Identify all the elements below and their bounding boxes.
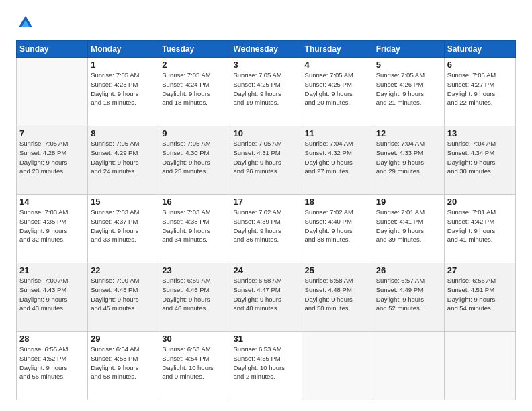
calendar-cell bbox=[373, 332, 444, 400]
logo-icon bbox=[16, 13, 35, 32]
calendar-cell: 25Sunrise: 6:58 AM Sunset: 4:48 PM Dayli… bbox=[302, 263, 373, 332]
calendar-cell: 18Sunrise: 7:02 AM Sunset: 4:40 PM Dayli… bbox=[302, 195, 373, 263]
day-number: 31 bbox=[233, 334, 298, 344]
calendar-cell: 5Sunrise: 7:05 AM Sunset: 4:26 PM Daylig… bbox=[373, 58, 444, 126]
calendar-cell: 20Sunrise: 7:01 AM Sunset: 4:42 PM Dayli… bbox=[444, 195, 515, 263]
calendar-cell: 19Sunrise: 7:01 AM Sunset: 4:41 PM Dayli… bbox=[373, 195, 444, 263]
day-number: 19 bbox=[376, 197, 441, 207]
logo bbox=[16, 13, 38, 32]
weekday-header-saturday: Saturday bbox=[444, 41, 515, 58]
day-info: Sunrise: 7:01 AM Sunset: 4:41 PM Dayligh… bbox=[376, 208, 441, 244]
day-info: Sunrise: 7:01 AM Sunset: 4:42 PM Dayligh… bbox=[447, 208, 513, 244]
calendar-cell: 11Sunrise: 7:04 AM Sunset: 4:32 PM Dayli… bbox=[302, 126, 373, 195]
calendar-week-1: 7Sunrise: 7:05 AM Sunset: 4:28 PM Daylig… bbox=[17, 126, 516, 195]
calendar-cell: 10Sunrise: 7:05 AM Sunset: 4:31 PM Dayli… bbox=[230, 126, 302, 195]
day-number: 8 bbox=[91, 128, 156, 138]
weekday-header-tuesday: Tuesday bbox=[159, 41, 230, 58]
day-number: 6 bbox=[447, 60, 513, 70]
day-info: Sunrise: 6:55 AM Sunset: 4:52 PM Dayligh… bbox=[19, 345, 85, 381]
calendar-cell: 6Sunrise: 7:05 AM Sunset: 4:27 PM Daylig… bbox=[444, 58, 515, 126]
weekday-header-monday: Monday bbox=[88, 41, 159, 58]
calendar-cell: 2Sunrise: 7:05 AM Sunset: 4:24 PM Daylig… bbox=[159, 58, 230, 126]
day-number: 18 bbox=[305, 197, 370, 207]
day-info: Sunrise: 7:05 AM Sunset: 4:26 PM Dayligh… bbox=[376, 71, 441, 107]
day-number: 11 bbox=[305, 128, 370, 138]
calendar-cell: 13Sunrise: 7:04 AM Sunset: 4:34 PM Dayli… bbox=[444, 126, 515, 195]
day-info: Sunrise: 6:59 AM Sunset: 4:46 PM Dayligh… bbox=[162, 276, 227, 313]
day-number: 13 bbox=[447, 128, 513, 138]
day-info: Sunrise: 7:05 AM Sunset: 4:27 PM Dayligh… bbox=[447, 71, 513, 107]
day-number: 15 bbox=[91, 197, 156, 207]
page: SundayMondayTuesdayWednesdayThursdayFrid… bbox=[0, 0, 532, 411]
day-info: Sunrise: 7:00 AM Sunset: 4:45 PM Dayligh… bbox=[91, 276, 156, 313]
day-number: 4 bbox=[305, 60, 370, 70]
calendar-cell: 12Sunrise: 7:04 AM Sunset: 4:33 PM Dayli… bbox=[373, 126, 444, 195]
day-number: 1 bbox=[91, 60, 156, 70]
calendar-cell: 24Sunrise: 6:58 AM Sunset: 4:47 PM Dayli… bbox=[230, 263, 302, 332]
day-number: 20 bbox=[447, 197, 513, 207]
day-info: Sunrise: 7:03 AM Sunset: 4:38 PM Dayligh… bbox=[162, 208, 227, 244]
calendar-cell: 23Sunrise: 6:59 AM Sunset: 4:46 PM Dayli… bbox=[159, 263, 230, 332]
day-info: Sunrise: 7:05 AM Sunset: 4:25 PM Dayligh… bbox=[233, 71, 298, 107]
day-info: Sunrise: 7:05 AM Sunset: 4:29 PM Dayligh… bbox=[91, 139, 156, 176]
day-info: Sunrise: 7:03 AM Sunset: 4:37 PM Dayligh… bbox=[91, 208, 156, 244]
day-number: 22 bbox=[91, 265, 156, 275]
day-info: Sunrise: 6:58 AM Sunset: 4:48 PM Dayligh… bbox=[305, 276, 370, 313]
day-info: Sunrise: 7:04 AM Sunset: 4:32 PM Dayligh… bbox=[305, 139, 370, 176]
day-info: Sunrise: 7:05 AM Sunset: 4:28 PM Dayligh… bbox=[19, 139, 85, 176]
calendar-cell: 31Sunrise: 6:53 AM Sunset: 4:55 PM Dayli… bbox=[230, 332, 302, 400]
day-info: Sunrise: 7:05 AM Sunset: 4:31 PM Dayligh… bbox=[233, 139, 298, 176]
day-info: Sunrise: 6:54 AM Sunset: 4:53 PM Dayligh… bbox=[91, 345, 156, 381]
day-info: Sunrise: 6:53 AM Sunset: 4:54 PM Dayligh… bbox=[162, 345, 227, 381]
calendar-cell: 1Sunrise: 7:05 AM Sunset: 4:23 PM Daylig… bbox=[88, 58, 159, 126]
day-number: 29 bbox=[91, 334, 156, 344]
calendar-table: SundayMondayTuesdayWednesdayThursdayFrid… bbox=[16, 40, 516, 400]
day-number: 30 bbox=[162, 334, 227, 344]
day-info: Sunrise: 7:05 AM Sunset: 4:30 PM Dayligh… bbox=[162, 139, 227, 176]
day-number: 10 bbox=[233, 128, 298, 138]
day-number: 2 bbox=[162, 60, 227, 70]
calendar-cell: 17Sunrise: 7:02 AM Sunset: 4:39 PM Dayli… bbox=[230, 195, 302, 263]
day-info: Sunrise: 7:05 AM Sunset: 4:23 PM Dayligh… bbox=[91, 71, 156, 107]
calendar-cell bbox=[302, 332, 373, 400]
day-number: 9 bbox=[162, 128, 227, 138]
day-info: Sunrise: 7:03 AM Sunset: 4:35 PM Dayligh… bbox=[19, 208, 85, 244]
weekday-header-thursday: Thursday bbox=[302, 41, 373, 58]
calendar-week-0: 1Sunrise: 7:05 AM Sunset: 4:23 PM Daylig… bbox=[17, 58, 516, 126]
calendar-cell: 27Sunrise: 6:56 AM Sunset: 4:51 PM Dayli… bbox=[444, 263, 515, 332]
day-info: Sunrise: 7:05 AM Sunset: 4:24 PM Dayligh… bbox=[162, 71, 227, 107]
day-number: 3 bbox=[233, 60, 298, 70]
day-info: Sunrise: 7:02 AM Sunset: 4:40 PM Dayligh… bbox=[305, 208, 370, 244]
day-number: 7 bbox=[19, 128, 85, 138]
day-info: Sunrise: 7:00 AM Sunset: 4:43 PM Dayligh… bbox=[19, 276, 85, 313]
weekday-header-friday: Friday bbox=[373, 41, 444, 58]
calendar-cell: 16Sunrise: 7:03 AM Sunset: 4:38 PM Dayli… bbox=[159, 195, 230, 263]
day-number: 16 bbox=[162, 197, 227, 207]
day-number: 17 bbox=[233, 197, 298, 207]
weekday-header-wednesday: Wednesday bbox=[230, 41, 302, 58]
day-number: 14 bbox=[19, 197, 85, 207]
calendar-cell: 30Sunrise: 6:53 AM Sunset: 4:54 PM Dayli… bbox=[159, 332, 230, 400]
day-info: Sunrise: 7:02 AM Sunset: 4:39 PM Dayligh… bbox=[233, 208, 298, 244]
calendar-cell: 21Sunrise: 7:00 AM Sunset: 4:43 PM Dayli… bbox=[17, 263, 88, 332]
day-number: 28 bbox=[19, 334, 85, 344]
day-info: Sunrise: 6:53 AM Sunset: 4:55 PM Dayligh… bbox=[233, 345, 298, 381]
calendar-cell bbox=[444, 332, 515, 400]
day-info: Sunrise: 6:57 AM Sunset: 4:49 PM Dayligh… bbox=[376, 276, 441, 313]
day-number: 26 bbox=[376, 265, 441, 275]
calendar-cell: 29Sunrise: 6:54 AM Sunset: 4:53 PM Dayli… bbox=[88, 332, 159, 400]
calendar-cell: 8Sunrise: 7:05 AM Sunset: 4:29 PM Daylig… bbox=[88, 126, 159, 195]
day-number: 5 bbox=[376, 60, 441, 70]
calendar-cell: 4Sunrise: 7:05 AM Sunset: 4:25 PM Daylig… bbox=[302, 58, 373, 126]
day-info: Sunrise: 6:58 AM Sunset: 4:47 PM Dayligh… bbox=[233, 276, 298, 313]
calendar-week-4: 28Sunrise: 6:55 AM Sunset: 4:52 PM Dayli… bbox=[17, 332, 516, 400]
calendar-cell: 28Sunrise: 6:55 AM Sunset: 4:52 PM Dayli… bbox=[17, 332, 88, 400]
day-number: 12 bbox=[376, 128, 441, 138]
day-number: 23 bbox=[162, 265, 227, 275]
day-info: Sunrise: 7:04 AM Sunset: 4:33 PM Dayligh… bbox=[376, 139, 441, 176]
day-info: Sunrise: 7:04 AM Sunset: 4:34 PM Dayligh… bbox=[447, 139, 513, 176]
day-number: 21 bbox=[19, 265, 85, 275]
calendar-cell: 3Sunrise: 7:05 AM Sunset: 4:25 PM Daylig… bbox=[230, 58, 302, 126]
day-number: 25 bbox=[305, 265, 370, 275]
day-info: Sunrise: 7:05 AM Sunset: 4:25 PM Dayligh… bbox=[305, 71, 370, 107]
